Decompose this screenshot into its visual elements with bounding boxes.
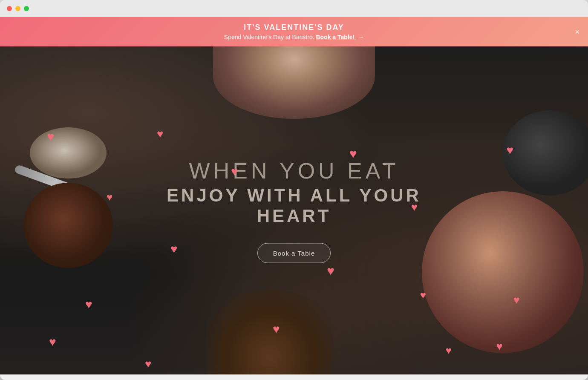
book-table-button[interactable]: Book a Table	[257, 243, 331, 263]
banner-close-button[interactable]: ×	[575, 28, 579, 36]
figs-bottom-decoration	[206, 289, 334, 374]
bowl-left-middle	[23, 183, 113, 268]
banner-arrow: →	[358, 34, 364, 40]
banner-subtitle-text: Spend Valentine's Day at Baristro.	[224, 34, 314, 40]
minimize-window-button[interactable]	[15, 6, 20, 11]
close-window-button[interactable]	[7, 6, 12, 11]
valentines-banner: IT'S VALENTINE'S DAY Spend Valentine's D…	[0, 17, 588, 46]
hero-line1: WHEN YOU EAT	[147, 158, 441, 184]
bowl-left-small	[30, 127, 107, 178]
hero-line2: ENJOY WITH ALL YOUR HEART	[147, 185, 441, 226]
maximize-window-button[interactable]	[24, 6, 29, 11]
hero-content: WHEN YOU EAT ENJOY WITH ALL YOUR HEART B…	[147, 158, 441, 263]
banner-title: IT'S VALENTINE'S DAY	[9, 23, 579, 32]
banner-book-link[interactable]: Book a Table!	[316, 34, 356, 40]
browser-window: IT'S VALENTINE'S DAY Spend Valentine's D…	[0, 0, 588, 380]
title-bar	[0, 0, 588, 17]
hero-section: WHEN YOU EAT ENJOY WITH ALL YOUR HEART B…	[0, 46, 588, 374]
bowl-right-bottom	[422, 191, 584, 353]
banner-subtitle: Spend Valentine's Day at Baristro. Book …	[9, 34, 579, 40]
